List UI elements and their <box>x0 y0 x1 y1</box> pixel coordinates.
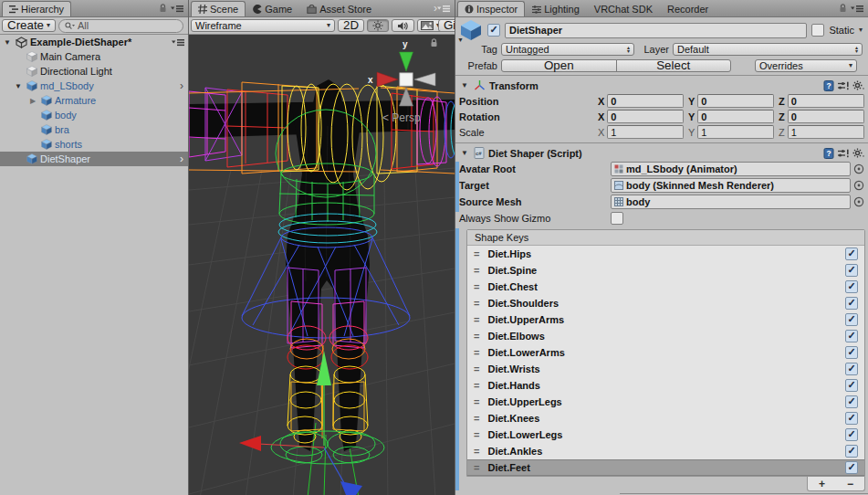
gizmos-dropdown[interactable]: Gizmos ▾ <box>438 19 455 32</box>
tab-vrchat-sdk[interactable]: VRChat SDK <box>587 1 660 16</box>
always-show-gizmo-checkbox[interactable] <box>611 212 623 225</box>
gear-icon[interactable] <box>852 148 864 158</box>
scale-y-input[interactable]: 1 <box>697 125 774 139</box>
prefab-nav-chevron-icon[interactable]: › <box>180 81 183 90</box>
prefab-select-button[interactable]: Select <box>616 59 732 72</box>
shape-key-enabled-checkbox[interactable] <box>845 445 858 458</box>
drag-handle-icon[interactable]: = <box>474 462 479 473</box>
object-field-source-mesh[interactable]: body <box>611 195 851 209</box>
drag-handle-icon[interactable]: = <box>474 248 479 259</box>
object-field-target[interactable]: body (Skinned Mesh Renderer) <box>611 178 851 193</box>
shape-key-row-diet-ankles[interactable]: =Diet.Ankles <box>467 443 864 459</box>
hierarchy-item-md-lsbody[interactable]: ▼md_LSbody› <box>0 79 188 93</box>
shape-key-row-diet-hips[interactable]: =Diet.Hips <box>467 246 864 262</box>
shape-key-row-diet-lowerarms[interactable]: =Diet.LowerArms <box>467 344 864 361</box>
drag-handle-icon[interactable]: = <box>474 314 479 325</box>
hierarchy-item-body[interactable]: body <box>0 108 188 122</box>
hierarchy-item-shorts[interactable]: shorts <box>0 137 188 152</box>
drag-handle-icon[interactable]: = <box>474 331 479 342</box>
window-menu-icon[interactable] <box>171 5 183 13</box>
drag-handle-icon[interactable]: = <box>474 347 479 358</box>
shape-key-row-diet-shoulders[interactable]: =Diet.Shoulders <box>467 295 864 311</box>
hierarchy-item-main-camera[interactable]: Main Camera <box>0 49 188 64</box>
rotation-z-input[interactable]: 0 <box>788 110 864 123</box>
static-checkbox[interactable] <box>811 24 824 37</box>
shape-key-enabled-checkbox[interactable] <box>845 313 858 326</box>
drag-handle-icon[interactable]: = <box>474 396 479 407</box>
position-z-input[interactable]: 0 <box>788 94 864 108</box>
hierarchy-item-bra[interactable]: bra <box>0 122 188 137</box>
foldout-open-icon[interactable]: ▼ <box>459 149 470 157</box>
help-icon[interactable]: ? <box>823 80 834 91</box>
diet-shaper-header[interactable]: ▼ c# Diet Shaper (Script) ? <box>455 145 868 161</box>
object-picker-icon[interactable] <box>853 180 864 191</box>
prefab-open-button[interactable]: Open <box>501 59 617 72</box>
scene-lighting-toggle[interactable] <box>367 19 389 32</box>
drag-handle-icon[interactable]: = <box>474 265 479 276</box>
shape-key-row-diet-upperlegs[interactable]: =Diet.UpperLegs <box>467 394 864 410</box>
tab-recorder[interactable]: Recorder <box>660 1 716 16</box>
shape-key-enabled-checkbox[interactable] <box>845 428 858 441</box>
shape-key-enabled-checkbox[interactable] <box>845 412 858 425</box>
shape-key-row-diet-hands[interactable]: =Diet.Hands <box>467 377 864 394</box>
drag-handle-icon[interactable]: = <box>474 363 479 374</box>
prefab-nav-chevron-icon[interactable]: › <box>180 154 183 163</box>
presets-icon[interactable] <box>838 149 849 158</box>
foldout-open-icon[interactable]: ▼ <box>13 82 24 90</box>
gear-icon[interactable] <box>852 80 864 90</box>
shape-key-row-diet-upperarms[interactable]: =Diet.UpperArms <box>467 311 864 328</box>
tab-game[interactable]: Game <box>246 1 299 16</box>
foldout-open-icon[interactable]: ▼ <box>2 38 13 47</box>
shape-key-enabled-checkbox[interactable] <box>845 280 858 293</box>
tab-hierarchy[interactable]: Hierarchy <box>2 1 71 16</box>
object-field-avatar-root[interactable]: md_LSbody (Animator) <box>611 162 851 176</box>
tab-inspector[interactable]: Inspector <box>457 1 525 16</box>
hierarchy-item-dietshaper[interactable]: DietShaper› <box>0 152 188 166</box>
drag-handle-icon[interactable]: = <box>474 446 479 457</box>
foldout-closed-icon[interactable]: ▶ <box>27 97 38 105</box>
create-button[interactable]: Create ▾ <box>2 19 56 32</box>
window-menu-icon[interactable] <box>437 5 450 13</box>
shape-key-enabled-checkbox[interactable] <box>845 346 858 359</box>
gameobject-name-field[interactable]: DietShaper <box>505 23 807 38</box>
drag-handle-icon[interactable]: = <box>474 429 479 440</box>
rotation-y-input[interactable]: 0 <box>697 110 774 123</box>
lock-icon[interactable] <box>839 4 847 13</box>
scale-x-input[interactable]: 1 <box>607 125 684 139</box>
drag-handle-icon[interactable]: = <box>474 413 479 424</box>
shape-key-row-diet-chest[interactable]: =Diet.Chest <box>467 279 864 295</box>
lock-icon[interactable] <box>159 4 167 13</box>
prefab-overrides-dropdown[interactable]: Overrides ▾ <box>755 59 857 72</box>
shape-key-enabled-checkbox[interactable] <box>845 297 858 310</box>
shape-key-row-diet-elbows[interactable]: =Diet.Elbows <box>467 328 864 344</box>
tab-lighting[interactable]: Lighting <box>525 1 587 16</box>
gameobject-active-checkbox[interactable] <box>487 24 500 37</box>
shading-mode-dropdown[interactable]: Wireframe ▾ <box>191 19 335 32</box>
tab-asset-store[interactable]: Asset Store <box>299 1 379 16</box>
prefab-foldout-icon[interactable]: ▼ <box>457 37 464 43</box>
shape-key-enabled-checkbox[interactable] <box>845 248 858 260</box>
layer-dropdown[interactable]: Default ▴▾ <box>673 43 863 56</box>
scale-z-input[interactable]: 1 <box>788 125 864 139</box>
tag-dropdown[interactable]: Untagged ▴▾ <box>501 43 634 56</box>
rotation-x-input[interactable]: 0 <box>607 110 684 123</box>
window-menu-icon[interactable] <box>851 5 863 13</box>
object-picker-icon[interactable] <box>853 163 864 174</box>
view-orientation-gizmo[interactable]: y x <box>368 39 435 106</box>
shape-key-enabled-checkbox[interactable] <box>845 363 858 375</box>
help-icon[interactable]: ? <box>823 148 834 159</box>
tab-scene[interactable]: Scene <box>191 1 246 16</box>
remove-element-button[interactable]: − <box>836 477 864 490</box>
shape-key-enabled-checkbox[interactable] <box>845 264 858 277</box>
position-x-input[interactable]: 0 <box>607 94 684 108</box>
scene-viewport[interactable]: y x < Persp <box>189 35 455 495</box>
static-dropdown-icon[interactable]: ▾ <box>859 26 863 34</box>
shape-key-row-diet-lowerlegs[interactable]: =Diet.LowerLegs <box>467 427 864 443</box>
2d-toggle-button[interactable]: 2D <box>338 19 364 32</box>
position-y-input[interactable]: 0 <box>697 94 774 108</box>
shape-key-row-diet-wrists[interactable]: =Diet.Wrists <box>467 361 864 377</box>
shape-key-enabled-checkbox[interactable] <box>845 461 858 474</box>
shape-key-row-diet-feet[interactable]: =Diet.Feet <box>467 459 864 476</box>
presets-icon[interactable] <box>838 81 849 90</box>
object-picker-icon[interactable] <box>853 196 864 207</box>
